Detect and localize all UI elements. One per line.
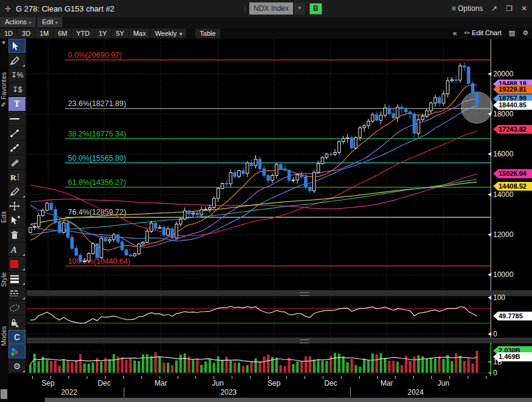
- dropdown-corner-icon: [22, 283, 25, 285]
- trendline-pencil-tool[interactable]: [8, 53, 25, 67]
- cursor-tool[interactable]: [8, 39, 25, 53]
- period-5y-button[interactable]: 5Y: [112, 28, 128, 38]
- sma-20w-line: [30, 99, 477, 247]
- color-swatch-picker[interactable]: [8, 257, 25, 271]
- price-tick-label: 10000: [493, 270, 513, 279]
- lock-annotations-toggle[interactable]: [8, 315, 25, 329]
- pencil-icon: ✏: [465, 29, 472, 36]
- month-tick: [32, 376, 33, 379]
- popout-icon[interactable]: ↗: [491, 4, 497, 13]
- period-3d-button[interactable]: 3D: [18, 28, 35, 38]
- rsi-panel-canvas[interactable]: [27, 295, 532, 338]
- sidebar-section-favorites[interactable]: ✎ Favorites: [0, 83, 8, 107]
- title-bar: ✛ G 278: Clean G153 chart #2 ⋮ NDX Index…: [0, 0, 532, 18]
- month-label: Jun: [437, 379, 449, 387]
- edit-menu[interactable]: Edit ▾: [37, 17, 62, 27]
- svg-text:61.8%(14356.27): 61.8%(14356.27): [68, 178, 126, 187]
- annotation-toolbar: ↧%↧$TRAC⚙: [8, 39, 27, 374]
- draw-pencil-tool[interactable]: [8, 184, 25, 198]
- accordion-collapse-icon[interactable]: ▼: [1, 40, 6, 45]
- month-tick: [123, 376, 124, 379]
- month-tick: [250, 376, 251, 379]
- sidebar-section-edit[interactable]: Edit: [0, 205, 7, 229]
- lock-icon: [8, 317, 21, 328]
- month-label: Mar: [380, 379, 393, 387]
- select-add-tool[interactable]: [8, 213, 25, 227]
- price-chart-canvas[interactable]: 0.0%(20690.97)23.6%(18271.89)38.2%(16775…: [27, 39, 532, 290]
- sidebar-section-style[interactable]: Style: [0, 267, 7, 292]
- hline-icon: [8, 113, 21, 124]
- year-label: 2023: [220, 388, 237, 397]
- last-price-chip: 18440.85: [493, 101, 532, 110]
- line-width-picker[interactable]: [8, 272, 25, 286]
- regression-tool[interactable]: R: [8, 170, 25, 184]
- pencil-icon: [8, 186, 21, 197]
- swatch-icon: [8, 259, 21, 270]
- sidebar-section-modes[interactable]: Modes: [0, 324, 7, 348]
- month-tick: [178, 376, 178, 379]
- security-ticker-field[interactable]: NDX Index: [249, 2, 293, 15]
- gear-icon: ⚙: [13, 362, 21, 370]
- volume-tick-label: 0: [493, 369, 497, 377]
- b-badge[interactable]: B: [309, 3, 322, 15]
- move-icon: [8, 201, 21, 212]
- horizontal-line-tool[interactable]: [8, 112, 25, 126]
- month-tick: [232, 376, 232, 379]
- period-1m-button[interactable]: 1M: [35, 28, 53, 38]
- line-style-picker[interactable]: [8, 286, 25, 300]
- month-label: Dec: [98, 379, 110, 387]
- maximize-icon[interactable]: ❒: [506, 4, 513, 13]
- trend1-icon: [8, 128, 21, 139]
- svg-text:100.0%(10440.64): 100.0%(10440.64): [68, 257, 130, 266]
- period-ytd-button[interactable]: YTD: [72, 28, 94, 38]
- dropdown-corner-icon: [22, 370, 25, 372]
- rsi-tick-label: 100: [493, 293, 505, 302]
- fontA-icon: A: [8, 244, 21, 255]
- edit-chart-button[interactable]: ✏ Edit Chart: [465, 29, 502, 37]
- svg-text:23.6%(18271.89): 23.6%(18271.89): [68, 99, 126, 108]
- chart-gear-icon[interactable]: ⚙: [522, 29, 528, 37]
- volume-panel-canvas[interactable]: [27, 343, 532, 376]
- svg-text:A: A: [10, 245, 17, 255]
- magnet-mode-toggle[interactable]: C: [8, 330, 25, 344]
- frequency-dropdown[interactable]: Weekly ▼: [150, 28, 186, 38]
- channel-tool[interactable]: [8, 155, 25, 169]
- close-icon[interactable]: ✕: [521, 4, 527, 13]
- period-max-button[interactable]: Max: [129, 28, 150, 38]
- svg-text:76.4%(12859.72): 76.4%(12859.72): [68, 208, 126, 216]
- ma-price-chip: 14408.52: [493, 182, 532, 191]
- period-6m-button[interactable]: 6M: [53, 28, 71, 38]
- price-tick-label: 14000: [493, 190, 513, 199]
- polyline-tool[interactable]: [8, 141, 25, 155]
- security-dropdown-caret-icon[interactable]: ▼: [294, 2, 305, 15]
- chart-settings[interactable]: ⚙: [8, 359, 25, 373]
- ellipse-tool[interactable]: [8, 301, 25, 315]
- chart-area[interactable]: 0.0%(20690.97)23.6%(18271.89)38.2%(16775…: [27, 39, 532, 402]
- text-annotation-tool[interactable]: T: [8, 97, 25, 111]
- month-label: Sep: [42, 379, 55, 387]
- delete-annotation-tool[interactable]: [8, 228, 25, 242]
- svg-text:38.2%(16775.34): 38.2%(16775.34): [68, 130, 126, 138]
- cursor-icon: [8, 41, 21, 52]
- bottom-scrollbar[interactable]: [45, 398, 532, 402]
- multicolor-mode-toggle[interactable]: [8, 344, 25, 358]
- fib-retracement-percent-tool[interactable]: ↧%: [8, 68, 25, 82]
- period-1d-button[interactable]: 1D: [0, 28, 17, 38]
- move-tool[interactable]: [8, 199, 25, 213]
- fib-retracement-price-tool[interactable]: ↧$: [8, 82, 25, 96]
- month-tick: [450, 376, 450, 379]
- options-menu[interactable]: ≡ Options: [451, 4, 483, 13]
- actions-menu[interactable]: Actions ▾: [0, 17, 36, 27]
- table-button[interactable]: Table: [195, 28, 220, 38]
- window-anchor-icon[interactable]: ✛: [0, 4, 16, 13]
- period-1y-button[interactable]: 1Y: [95, 28, 111, 38]
- hamburger-icon: ≡: [451, 4, 457, 13]
- collapse-toolbar-button[interactable]: «: [453, 28, 457, 38]
- annotation-list-icon[interactable]: ▨: [509, 29, 515, 37]
- font-style-picker[interactable]: A: [8, 243, 25, 256]
- segment-tool[interactable]: [8, 126, 25, 140]
- sidebar-scroll-thumb[interactable]: [1, 389, 7, 399]
- linestyle-icon: [8, 288, 21, 299]
- svg-text:R: R: [10, 173, 16, 182]
- trash-icon: [8, 230, 21, 241]
